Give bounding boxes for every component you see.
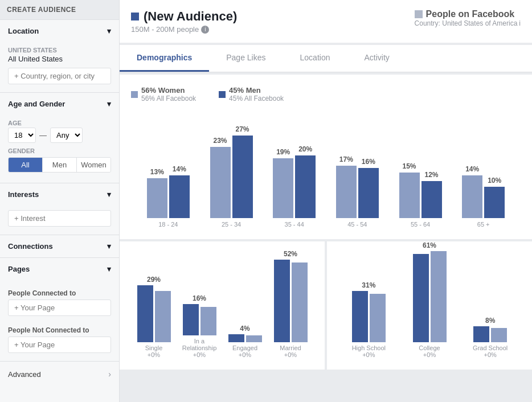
advanced-label: Advanced: [8, 370, 41, 379]
legend-men: 45% Men 45% All Facebook: [219, 86, 284, 102]
people-not-connected-label: People Not Connected to: [8, 326, 111, 334]
facebook-info-icon[interactable]: i: [519, 19, 521, 27]
gender-all-button[interactable]: All: [9, 158, 43, 172]
age-group-18- 24: 13%14%18 - 24: [137, 175, 200, 228]
interests-chevron: ▾: [107, 190, 111, 199]
age-group-55- 64: 15%12%55 - 64: [389, 173, 452, 228]
education-chart-card: 31%High School+0%61%College+0%8%Grad Sch…: [327, 241, 532, 370]
advanced-section[interactable]: Advanced ›: [0, 362, 119, 387]
age-gender-label: Age and Gender: [8, 100, 65, 108]
facebook-audience-info: People on Facebook Country: United State…: [415, 9, 521, 27]
country-label: UNITED STATES: [8, 47, 111, 54]
gender-women-button[interactable]: Women: [77, 158, 111, 172]
pages-content: People Connected to People Not Connected…: [0, 280, 119, 361]
age-group-45- 54: 17%16%45 - 54: [326, 166, 389, 228]
tabs-bar: Demographics Page Likes Location Activit…: [120, 45, 532, 72]
audience-color-square: [131, 13, 139, 20]
interests-content: [0, 206, 119, 235]
men-fb-label: 45% All Facebook: [229, 95, 284, 102]
audience-header: (New Audience) 150M - 200M people i Peop…: [120, 0, 532, 43]
location-input[interactable]: [8, 68, 111, 84]
location-label: Location: [8, 27, 39, 35]
tab-location[interactable]: Location: [283, 45, 347, 72]
age-to-select[interactable]: Any243465: [50, 128, 83, 143]
connections-chevron: ▾: [107, 242, 111, 251]
age-label: Age: [8, 120, 111, 126]
age-dash: —: [39, 131, 47, 140]
audience-info-icon[interactable]: i: [201, 26, 209, 34]
people-connected-label: People Connected to: [8, 289, 111, 297]
age-gender-section: Age and Gender ▾ Age 18192125 — Any24346…: [0, 93, 119, 183]
gender-men-button[interactable]: Men: [43, 158, 77, 172]
interests-header[interactable]: Interests ▾: [0, 183, 119, 206]
audience-title: (New Audience): [131, 9, 237, 24]
pages-chevron: ▾: [107, 265, 111, 273]
age-gender-header[interactable]: Age and Gender ▾: [0, 93, 119, 115]
age-from-select[interactable]: 18192125: [8, 128, 36, 143]
bottom-charts-row: 29%Single+0%16%In a Relationship+0%4%Eng…: [120, 241, 532, 370]
audience-title-text: (New Audience): [144, 9, 237, 24]
gender-label: Gender: [8, 147, 111, 154]
connections-header[interactable]: Connections ▾: [0, 235, 119, 257]
age-group-25- 34: 23%27%25 - 34: [200, 136, 263, 228]
age-gender-chevron: ▾: [107, 100, 111, 108]
connections-label: Connections: [8, 242, 53, 251]
age-gender-content: Age 18192125 — Any243465 Gender All Men …: [0, 115, 119, 183]
age-group-35- 44: 19%20%35 - 44: [263, 155, 326, 228]
relationship-bars: 29%Single+0%16%In a Relationship+0%4%Eng…: [131, 253, 313, 358]
people-not-connected-input[interactable]: [8, 337, 111, 353]
location-content: UNITED STATES All United States: [0, 42, 119, 92]
interests-label: Interests: [8, 190, 39, 199]
bar-group: 16%In a Relationship+0%: [177, 294, 222, 358]
location-chevron: ▾: [107, 27, 111, 35]
advanced-arrow-icon: ›: [108, 370, 111, 379]
pages-header[interactable]: Pages ▾: [0, 258, 119, 280]
pages-section: Pages ▾ People Connected to People Not C…: [0, 258, 119, 362]
facebook-audience-title: People on Facebook: [426, 9, 515, 19]
age-group-65+: 14%10%65 +: [452, 175, 515, 228]
new-audience-info: (New Audience) 150M - 200M people i: [131, 9, 237, 34]
education-bars: 31%High School+0%61%College+0%8%Grad Sch…: [338, 253, 521, 358]
location-value: All United States: [8, 55, 111, 63]
location-section-header[interactable]: Location ▾: [0, 20, 119, 42]
interests-section: Interests ▾: [0, 183, 119, 235]
audience-size-text: 150M - 200M people: [131, 25, 199, 34]
bar-group: 31%High School+0%: [338, 281, 399, 358]
men-color-square: [219, 91, 226, 98]
age-bars-container: 13%14%18 - 2423%27%25 - 3419%20%35 - 441…: [131, 114, 521, 228]
bar-group: 4%Engaged+0%: [222, 325, 268, 358]
gender-button-group: All Men Women: [8, 157, 111, 173]
people-connected-input[interactable]: [8, 300, 111, 316]
bar-group: 61%College+0%: [399, 241, 460, 358]
relationship-chart-card: 29%Single+0%16%In a Relationship+0%4%Eng…: [120, 241, 325, 370]
interests-input[interactable]: [8, 210, 111, 227]
age-row: 18192125 — Any243465: [8, 128, 111, 143]
location-section: Location ▾ UNITED STATES All United Stat…: [0, 20, 119, 93]
connections-section: Connections ▾: [0, 235, 119, 258]
audience-size: 150M - 200M people i: [131, 25, 237, 34]
women-fb-label: 56% All Facebook: [141, 95, 196, 102]
women-pct-label: 56% Women: [141, 86, 196, 95]
pages-label: Pages: [8, 265, 30, 273]
tab-page-likes[interactable]: Page Likes: [209, 45, 283, 72]
demo-legend: 56% Women 56% All Facebook 45% Men 45% A…: [131, 86, 521, 102]
women-color-square: [131, 91, 138, 98]
legend-women: 56% Women 56% All Facebook: [131, 86, 196, 102]
demographics-chart-card: 56% Women 56% All Facebook 45% Men 45% A…: [120, 75, 532, 239]
create-audience-header: Create Audience: [0, 0, 119, 20]
tab-demographics[interactable]: Demographics: [120, 45, 209, 72]
facebook-color-square: [415, 10, 423, 18]
facebook-country-text: Country: United States of America: [415, 19, 518, 27]
men-pct-label: 45% Men: [229, 86, 284, 95]
facebook-country: Country: United States of America i: [415, 19, 521, 27]
bar-group: 52%Married+0%: [268, 250, 313, 358]
bar-group: 8%Grad School+0%: [460, 317, 521, 358]
bar-group: 29%Single+0%: [131, 276, 177, 358]
tab-activity[interactable]: Activity: [347, 45, 406, 72]
